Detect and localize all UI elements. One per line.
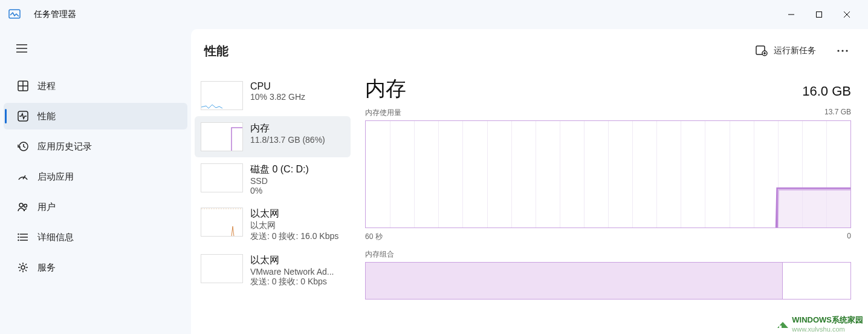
watermark-icon <box>776 318 789 329</box>
cpu-thumb-icon <box>201 81 243 110</box>
pulse-icon <box>15 111 31 122</box>
perf-item-sub2: 发送: 0 接收: 0 Kbps <box>250 277 334 287</box>
perf-item-disk[interactable]: 磁盘 0 (C: D:) SSD 0% <box>195 157 351 201</box>
detail-title: 内存 <box>365 75 406 103</box>
svg-point-29 <box>846 50 847 51</box>
gear-icon <box>15 262 31 273</box>
run-task-button[interactable]: 运行新任务 <box>748 39 823 63</box>
watermark: WINDOWS系统家园 www.xulvshu.com <box>776 315 863 333</box>
sidebar-item-label: 进程 <box>37 80 56 92</box>
sidebar-item-label: 用户 <box>37 201 56 213</box>
minimize-button[interactable] <box>777 2 805 27</box>
perf-item-sub: 以太网 <box>250 220 338 231</box>
sidebar-item-details[interactable]: 详细信息 <box>4 224 187 250</box>
svg-point-22 <box>21 266 25 269</box>
sidebar-item-label: 应用历史记录 <box>37 141 92 152</box>
disk-thumb-icon <box>201 163 243 192</box>
main-panel: 性能 运行新任务 CPU 10% 3.82 GHz <box>191 29 868 334</box>
sidebar-item-label: 启动应用 <box>37 171 74 183</box>
perf-item-title: 磁盘 0 (C: D:) <box>250 163 309 176</box>
performance-list: CPU 10% 3.82 GHz 内存 11.8/13.7 GB (86%) 磁… <box>191 73 354 334</box>
run-task-label: 运行新任务 <box>774 45 816 56</box>
sidebar-item-performance[interactable]: 性能 <box>4 103 187 129</box>
perf-item-cpu[interactable]: CPU 10% 3.82 GHz <box>195 75 351 116</box>
history-icon <box>15 141 31 152</box>
svg-point-28 <box>841 50 843 51</box>
main-header: 性能 运行新任务 <box>191 29 868 73</box>
composition-label: 内存组合 <box>365 249 851 260</box>
svg-point-15 <box>24 205 27 208</box>
svg-point-14 <box>19 203 23 207</box>
more-button[interactable] <box>831 39 855 63</box>
svg-point-19 <box>18 234 19 235</box>
memory-chart <box>365 120 851 228</box>
usage-max: 13.7 GB <box>824 108 851 118</box>
window-title: 任务管理器 <box>34 9 76 20</box>
eth-thumb-icon <box>201 208 243 237</box>
svg-rect-33 <box>779 326 782 328</box>
grid-icon <box>15 80 31 91</box>
gauge-icon <box>15 171 31 182</box>
sidebar: 进程 性能 应用历史记录 启动应用 用户 详细信息 服务 <box>0 29 191 334</box>
close-button[interactable] <box>833 2 861 27</box>
perf-item-title: 以太网 <box>250 208 338 220</box>
perf-item-memory[interactable]: 内存 11.8/13.7 GB (86%) <box>195 116 351 157</box>
maximize-button[interactable] <box>805 2 833 27</box>
titlebar: 任务管理器 <box>0 0 868 29</box>
hamburger-button[interactable] <box>7 34 36 63</box>
svg-point-21 <box>18 240 19 241</box>
sidebar-item-history[interactable]: 应用历史记录 <box>4 133 187 160</box>
perf-item-sub: VMware Network Ad... <box>250 267 334 277</box>
detail-total: 16.0 GB <box>802 84 851 99</box>
sidebar-item-processes[interactable]: 进程 <box>4 73 187 99</box>
svg-point-20 <box>18 237 19 238</box>
perf-item-ethernet-0[interactable]: 以太网 以太网 发送: 0 接收: 16.0 Kbps <box>195 201 351 248</box>
list-icon <box>15 232 31 243</box>
composition-free <box>783 263 850 299</box>
x-axis-right: 0 <box>847 232 851 242</box>
composition-bar <box>365 262 851 300</box>
sidebar-item-label: 服务 <box>37 262 56 273</box>
perf-item-title: CPU <box>250 81 305 92</box>
sidebar-item-users[interactable]: 用户 <box>4 194 187 220</box>
sidebar-item-label: 详细信息 <box>37 232 74 243</box>
usage-label: 内存使用量 <box>365 108 401 118</box>
users-icon <box>15 201 31 212</box>
perf-item-ethernet-1[interactable]: 以太网 VMware Network Ad... 发送: 0 接收: 0 Kbp… <box>195 248 351 293</box>
svg-rect-2 <box>817 12 822 18</box>
perf-item-title: 内存 <box>250 122 325 135</box>
svg-marker-31 <box>778 189 850 228</box>
svg-rect-0 <box>9 10 20 18</box>
perf-item-title: 以太网 <box>250 254 334 267</box>
perf-item-sub: SSD <box>250 176 309 186</box>
detail-panel: 内存 16.0 GB 内存使用量 13.7 GB <box>354 73 868 334</box>
sidebar-item-startup[interactable]: 启动应用 <box>4 163 187 190</box>
eth-thumb-icon <box>201 254 243 283</box>
memory-thumb-icon <box>201 122 243 151</box>
app-icon <box>7 7 22 22</box>
sidebar-item-label: 性能 <box>37 111 56 122</box>
memory-trace-icon <box>366 121 850 228</box>
page-title: 性能 <box>204 43 228 59</box>
composition-used <box>366 263 783 299</box>
perf-item-sub: 10% 3.82 GHz <box>250 92 305 102</box>
perf-item-sub2: 发送: 0 接收: 16.0 Kbps <box>250 231 338 242</box>
svg-marker-32 <box>777 322 788 328</box>
sidebar-item-services[interactable]: 服务 <box>4 254 187 281</box>
run-task-icon <box>756 44 768 58</box>
perf-item-sub2: 0% <box>250 186 309 195</box>
perf-item-sub: 11.8/13.7 GB (86%) <box>250 135 325 145</box>
svg-point-27 <box>837 50 839 51</box>
x-axis-left: 60 秒 <box>365 232 383 242</box>
